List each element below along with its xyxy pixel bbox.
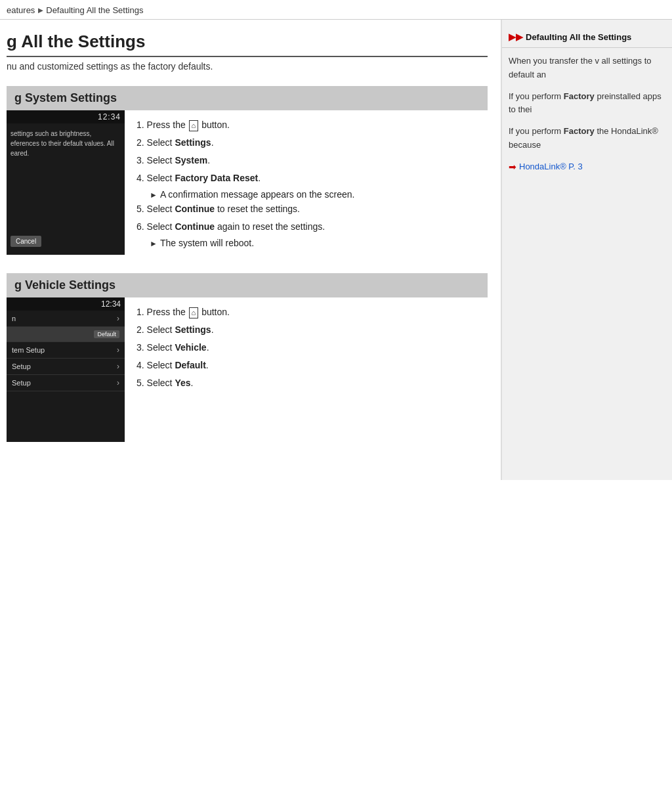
page-title: g All the Settings — [7, 32, 488, 57]
veh-menu-4-label: Setup — [12, 379, 31, 387]
page-layout: g All the Settings nu and customized set… — [0, 20, 672, 480]
system-subitem-4-text: A confirmation message appears on the sc… — [160, 189, 355, 200]
veh-menu-default: Default — [7, 327, 125, 342]
breadcrumb-separator: ► — [36, 5, 45, 15]
breadcrumb-part1: eatures — [7, 5, 35, 15]
vehicle-step-2: 2. Select Settings. — [136, 323, 488, 337]
veh-menu-1-label: n — [12, 315, 16, 322]
sidebar-para3-bold: Factory — [564, 126, 595, 136]
breadcrumb: eatures►Defaulting All the Settings — [0, 0, 672, 20]
sidebar-title-text: Defaulting All the Settings — [526, 32, 631, 42]
vehicle-section-body: 12:34 n › Default tem Setup › — [7, 297, 488, 442]
system-step-6: 6. Select Continue again to reset the se… — [136, 220, 488, 234]
sys-line-2: eferences to their default values. All — [10, 139, 121, 148]
home-icon-2: ⌂ — [189, 307, 199, 318]
sidebar-para1: When you transfer the v all settings to … — [502, 55, 672, 82]
vehicle-screen-topbar: 12:34 — [7, 297, 125, 311]
system-screen-text: settings such as brightness, eferences t… — [7, 123, 125, 164]
sidebar-para2: If you perform Factory preinstalled apps… — [502, 90, 672, 118]
vehicle-screen-time: 12:34 — [101, 299, 121, 309]
vehicle-section-header: g Vehicle Settings — [7, 273, 488, 297]
system-step-1: 1. Press the ⌂ button. — [136, 118, 488, 132]
system-subitem-4: ► A confirmation message appears on the … — [136, 189, 488, 200]
sub-arrow-4: ► — [150, 190, 158, 200]
sys-line-3: eared. — [10, 148, 121, 158]
vehicle-steps-list: 1. Press the ⌂ button. 2. Select Setting… — [136, 305, 488, 390]
system-subitem-6-text: The system will reboot. — [160, 238, 254, 248]
veh-menu-3: Setup › — [7, 359, 125, 375]
sub-arrow-6: ► — [150, 239, 158, 248]
step-num-1: 1. — [136, 120, 144, 130]
veh-arrow-4: › — [117, 378, 119, 387]
page-subtitle: nu and customized settings as the factor… — [7, 61, 488, 72]
sys-line-1: settings such as brightness, — [10, 129, 121, 139]
veh-arrow-1: › — [117, 314, 119, 323]
system-screen: 12:34 settings such as brightness, efere… — [7, 110, 125, 255]
vehicle-step-1: 1. Press the ⌂ button. — [136, 305, 488, 319]
veh-default-badge: Default — [94, 330, 119, 338]
veh-menu-3-label: Setup — [12, 362, 31, 370]
vehicle-step-4: 4. Select Default. — [136, 359, 488, 372]
vehicle-step-5: 5. Select Yes. — [136, 376, 488, 390]
system-screen-thumbnail: 12:34 settings such as brightness, efere… — [7, 110, 125, 255]
veh-menu-2: tem Setup › — [7, 342, 125, 359]
veh-arrow-2: › — [117, 345, 119, 355]
veh-menu-2-label: tem Setup — [12, 346, 45, 354]
system-instructions: 1. Press the ⌂ button. 2. Select Setting… — [136, 110, 488, 255]
system-screen-time: 12:34 — [98, 112, 121, 121]
breadcrumb-part2: Defaulting All the Settings — [46, 5, 143, 15]
system-steps-list: 1. Press the ⌂ button. 2. Select Setting… — [136, 118, 488, 248]
veh-arrow-3: › — [117, 362, 119, 371]
veh-menu-1: n › — [7, 311, 125, 327]
system-step-4: 4. Select Factory Data Reset. — [136, 171, 488, 185]
system-screen-cancel: Cancel — [10, 236, 41, 247]
sidebar-para3: If you perform Factory the HondaLink® be… — [502, 125, 672, 152]
sidebar: ▶▶ Defaulting All the Settings When you … — [501, 20, 672, 480]
sidebar-link[interactable]: ➡ HondaLink® P. 3 — [502, 160, 672, 173]
system-step-2: 2. Select Settings. — [136, 136, 488, 150]
system-section-header: g System Settings — [7, 86, 488, 110]
sidebar-title-arrow: ▶▶ — [509, 32, 523, 42]
system-step-5: 5. Select Continue to reset the settings… — [136, 202, 488, 216]
vehicle-instructions: 1. Press the ⌂ button. 2. Select Setting… — [136, 297, 488, 442]
system-screen-topbar: 12:34 — [7, 110, 125, 123]
vehicle-step-3: 3. Select Vehicle. — [136, 341, 488, 355]
system-subitem-6: ► The system will reboot. — [136, 238, 488, 248]
vehicle-screen: 12:34 n › Default tem Setup › — [7, 297, 125, 442]
sidebar-link-arrow-icon: ➡ — [509, 162, 516, 172]
system-section-body: 12:34 settings such as brightness, efere… — [7, 110, 488, 255]
sidebar-title: ▶▶ Defaulting All the Settings — [502, 28, 672, 48]
veh-menu-4: Setup › — [7, 375, 125, 391]
vehicle-screen-thumbnail: 12:34 n › Default tem Setup › — [7, 297, 125, 442]
sidebar-para2-bold: Factory — [564, 91, 595, 101]
main-content: g All the Settings nu and customized set… — [0, 20, 501, 480]
system-step-3: 3. Select System. — [136, 154, 488, 167]
sidebar-link-text: HondaLink® P. 3 — [519, 162, 583, 171]
home-icon-1: ⌂ — [189, 120, 199, 131]
